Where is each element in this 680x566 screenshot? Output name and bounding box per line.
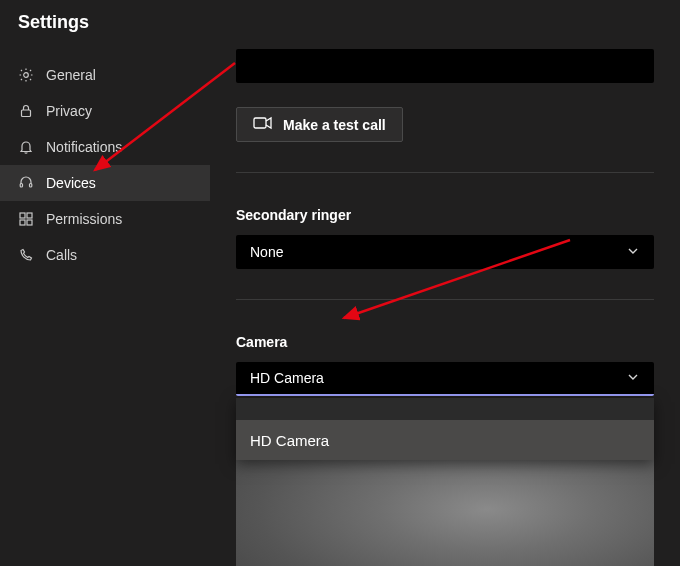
svg-rect-1 [22, 110, 31, 117]
sidebar-item-general[interactable]: General [0, 57, 210, 93]
svg-rect-2 [20, 184, 22, 188]
sidebar-item-label: Privacy [46, 103, 92, 119]
sidebar-item-label: Permissions [46, 211, 122, 227]
apps-icon [18, 211, 34, 227]
sidebar-item-calls[interactable]: Calls [0, 237, 210, 273]
camera-heading: Camera [236, 334, 654, 350]
sidebar-item-permissions[interactable]: Permissions [0, 201, 210, 237]
sidebar-item-label: Calls [46, 247, 77, 263]
divider [236, 172, 654, 173]
svg-rect-8 [254, 118, 266, 128]
gear-icon [18, 67, 34, 83]
sidebar: General Privacy Notifications Devices [0, 49, 210, 566]
sidebar-item-privacy[interactable]: Privacy [0, 93, 210, 129]
phone-icon [18, 247, 34, 263]
secondary-ringer-select[interactable]: None [236, 235, 654, 269]
select-value: HD Camera [250, 370, 324, 386]
camera-dropdown-list: HD Camera [236, 398, 654, 460]
camera-option-hd-camera[interactable]: HD Camera [236, 420, 654, 460]
bell-icon [18, 139, 34, 155]
chevron-down-icon [626, 244, 640, 261]
sidebar-item-label: General [46, 67, 96, 83]
svg-rect-4 [20, 213, 25, 218]
secondary-ringer-heading: Secondary ringer [236, 207, 654, 223]
svg-rect-7 [27, 220, 32, 225]
page-title: Settings [0, 0, 680, 49]
main-panel: Make a test call Secondary ringer None C… [210, 49, 680, 566]
chevron-down-icon [626, 370, 640, 387]
sidebar-item-label: Notifications [46, 139, 122, 155]
sidebar-item-notifications[interactable]: Notifications [0, 129, 210, 165]
speaker-select[interactable] [236, 49, 654, 83]
svg-point-0 [24, 73, 29, 78]
select-value: None [250, 244, 283, 260]
sidebar-item-label: Devices [46, 175, 96, 191]
divider [236, 299, 654, 300]
camera-preview [236, 456, 654, 566]
camera-select[interactable]: HD Camera [236, 362, 654, 396]
video-call-icon [253, 116, 273, 133]
button-label: Make a test call [283, 117, 386, 133]
headset-icon [18, 175, 34, 191]
make-test-call-button[interactable]: Make a test call [236, 107, 403, 142]
sidebar-item-devices[interactable]: Devices [0, 165, 210, 201]
svg-rect-6 [20, 220, 25, 225]
lock-icon [18, 103, 34, 119]
svg-rect-5 [27, 213, 32, 218]
svg-rect-3 [30, 184, 32, 188]
